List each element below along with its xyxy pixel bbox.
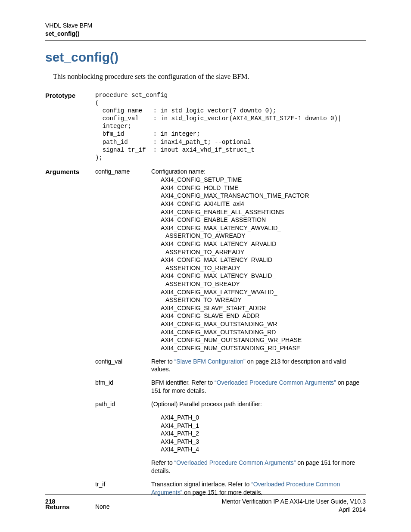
link-overloaded-args-1[interactable]: “Overloaded Procedure Common Arguments” — [215, 379, 336, 386]
section-title: set_config() — [45, 49, 366, 66]
footer-date: April 2014 — [222, 506, 366, 514]
arg-name: tr_if — [95, 480, 151, 488]
arg-name: path_id — [95, 400, 151, 408]
arg-row-bfm-id: bfm_id BFM identifier. Refer to “Overloa… — [95, 379, 366, 395]
footer-doc-title: Mentor Verification IP AE AXI4-Lite User… — [222, 498, 366, 506]
arg-name: config_name — [95, 168, 151, 176]
intro-paragraph: This nonblocking procedure sets the conf… — [53, 72, 366, 81]
arg-desc-lead: Configuration name: — [151, 168, 366, 176]
prototype-row: Prototype procedure set_config ( config_… — [45, 91, 366, 162]
header-function: set_config() — [45, 30, 366, 38]
prototype-code: procedure set_config ( config_name : in … — [95, 91, 341, 162]
header-context: VHDL Slave BFM — [45, 22, 366, 30]
arg-desc-lead: (Optional) Parallel process path identif… — [151, 400, 366, 408]
arg-name: config_val — [95, 358, 151, 366]
arg-row-tr-if: tr_if Transaction signal interface. Refe… — [95, 480, 366, 497]
path-id-ref: Refer to “Overloaded Procedure Common Ar… — [151, 459, 366, 475]
text: Transaction signal interface. Refer to — [151, 481, 251, 488]
text: Refer to — [151, 358, 174, 365]
arg-desc: BFM identifier. Refer to “Overloaded Pro… — [151, 379, 366, 395]
link-slave-bfm-configuration[interactable]: “Slave BFM Configuration” — [174, 358, 246, 365]
arg-row-path-id: path_id (Optional) Parallel process path… — [95, 400, 366, 475]
arg-desc: Refer to “Slave BFM Configuration” on pa… — [151, 358, 366, 374]
arg-desc: Configuration name: AXI4_CONFIG_SETUP_TI… — [151, 168, 366, 352]
arg-desc: Transaction signal interface. Refer to “… — [151, 480, 366, 497]
page-footer: 218 Mentor Verification IP AE AXI4-Lite … — [45, 495, 366, 514]
arguments-label: Arguments — [45, 168, 95, 501]
page-number: 218 — [45, 498, 55, 514]
prototype-code-text: procedure set_config ( config_name : in … — [95, 92, 341, 162]
text: Refer to — [151, 459, 174, 466]
header-rule — [45, 40, 366, 41]
arg-row-config-name: config_name Configuration name: AXI4_CON… — [95, 168, 366, 352]
config-name-enum-list: AXI4_CONFIG_SETUP_TIME AXI4_CONFIG_HOLD_… — [151, 176, 366, 352]
arg-desc: (Optional) Parallel process path identif… — [151, 400, 366, 475]
page-header: VHDL Slave BFM set_config() — [45, 22, 366, 41]
prototype-label: Prototype — [45, 91, 95, 100]
path-id-enum-list: AXI4_PATH_0 AXI4_PATH_1 AXI4_PATH_2 AXI4… — [151, 414, 366, 454]
arguments-table: Arguments config_name Configuration name… — [45, 168, 366, 501]
arg-name: bfm_id — [95, 379, 151, 387]
arg-row-config-val: config_val Refer to “Slave BFM Configura… — [95, 358, 366, 374]
text: BFM identifier. Refer to — [151, 379, 215, 386]
footer-rule — [45, 495, 366, 495]
link-overloaded-args-2[interactable]: “Overloaded Procedure Common Arguments” — [174, 459, 296, 466]
